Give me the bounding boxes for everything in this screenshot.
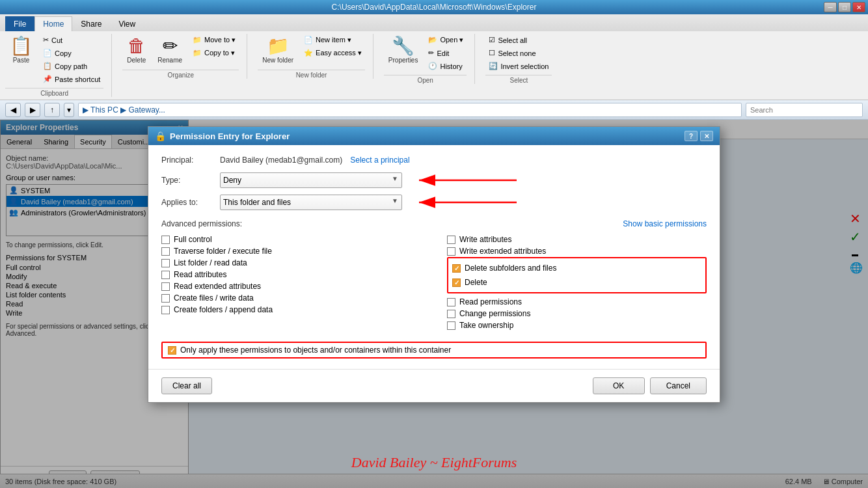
permission-entry-dialog: 🔒 Permission Entry for Explorer ? ✕ Prin… bbox=[148, 126, 720, 403]
window-title: C:\Users\David\AppData\Local\Microsoft\W… bbox=[332, 3, 537, 12]
properties-button[interactable]: 🔧 Properties bbox=[384, 34, 423, 67]
perm-write-attr-checkbox[interactable] bbox=[447, 236, 455, 244]
select-all-label: Select all bbox=[498, 36, 527, 44]
perm-read-ext-checkbox[interactable] bbox=[161, 282, 170, 291]
perm-traverse-checkbox[interactable] bbox=[161, 247, 170, 256]
copy-to-icon: 📁 bbox=[193, 49, 202, 57]
close-button[interactable]: ✕ bbox=[852, 2, 865, 12]
perm-read-attr-checkbox[interactable] bbox=[161, 271, 170, 279]
advanced-permissions-label: Advanced permissions: bbox=[161, 219, 242, 228]
move-to-button[interactable]: 📁 Move to ▾ bbox=[189, 34, 239, 46]
minimize-button[interactable]: ─ bbox=[824, 2, 837, 12]
copy-to-button[interactable]: 📁 Copy to ▾ bbox=[189, 47, 239, 59]
select-principal-link[interactable]: Select a principal bbox=[350, 156, 409, 165]
perm-full-control-checkbox[interactable] bbox=[161, 236, 170, 244]
forward-button[interactable]: ▶ bbox=[25, 103, 40, 117]
delete-button[interactable]: 🗑 Delete bbox=[122, 34, 150, 67]
organize-label: Organize bbox=[122, 70, 239, 79]
history-button[interactable]: 🕐 History bbox=[425, 60, 467, 72]
maximize-button[interactable]: □ bbox=[838, 2, 851, 12]
perm-change-perms-checkbox[interactable] bbox=[447, 310, 455, 318]
breadcrumb[interactable]: ▶ This PC ▶ Gateway... bbox=[78, 103, 742, 117]
type-select[interactable]: Deny bbox=[220, 172, 402, 188]
rename-button[interactable]: ✏ Rename bbox=[153, 34, 187, 67]
copy-label: Copy bbox=[55, 49, 72, 57]
invert-selection-button[interactable]: 🔄 Invert selection bbox=[485, 60, 552, 72]
new-item-button[interactable]: 📄 New item ▾ bbox=[301, 34, 365, 46]
easy-access-button[interactable]: ⭐ Easy access ▾ bbox=[301, 47, 365, 59]
perm-read-perms-checkbox[interactable] bbox=[447, 298, 455, 306]
perm-read-ext-text: Read extended attributes bbox=[174, 282, 261, 291]
select-items: ☑ Select all ☐ Select none 🔄 Invert sele… bbox=[485, 34, 552, 72]
principal-label: Principal: bbox=[161, 156, 220, 165]
open-icon: 📂 bbox=[428, 36, 437, 44]
invert-label: Invert selection bbox=[500, 62, 549, 70]
perm-delete-checkbox[interactable] bbox=[452, 278, 461, 287]
copy-path-icon: 📋 bbox=[43, 62, 52, 70]
select-none-button[interactable]: ☐ Select none bbox=[485, 47, 552, 59]
perm-write-ext-text: Write extended attributes bbox=[459, 247, 546, 256]
clear-all-button[interactable]: Clear all bbox=[161, 377, 212, 394]
container-checkbox[interactable] bbox=[168, 346, 176, 355]
nav-bar: ◀ ▶ ↑ ▾ ▶ This PC ▶ Gateway... bbox=[0, 100, 868, 120]
ribbon-group-new: 📁 New folder 📄 New item ▾ ⭐ Easy access … bbox=[258, 34, 373, 79]
dialog-help-button[interactable]: ? bbox=[685, 131, 698, 141]
recent-button[interactable]: ▾ bbox=[64, 103, 74, 117]
ribbon-content: 📋 Paste ✂ Cut 📄 Copy 📋 bbox=[0, 31, 868, 100]
breadcrumb-text: ▶ This PC ▶ Gateway... bbox=[83, 105, 165, 115]
edit-button[interactable]: ✏ Edit bbox=[425, 47, 467, 59]
perm-create-folders-checkbox[interactable] bbox=[161, 306, 170, 314]
perm-list-read-item: List folder / read data bbox=[161, 257, 421, 269]
clipboard-items: 📋 Paste ✂ Cut 📄 Copy 📋 bbox=[5, 34, 103, 85]
tab-home[interactable]: Home bbox=[34, 16, 72, 31]
paste-icon: 📋 bbox=[10, 37, 33, 55]
dialog-icon: 🔒 bbox=[155, 131, 166, 141]
cut-button[interactable]: ✂ Cut bbox=[40, 34, 103, 46]
perm-change-perms-item: Change permissions bbox=[447, 308, 707, 319]
up-button[interactable]: ↑ bbox=[44, 103, 60, 117]
permissions-right-col: Write attributes Write extended attribut… bbox=[447, 234, 707, 331]
type-label: Type: bbox=[161, 176, 220, 185]
delete-label: Delete bbox=[127, 57, 146, 64]
paste-shortcut-button[interactable]: 📌 Paste shortcut bbox=[40, 73, 103, 85]
organize-col: 📁 Move to ▾ 📁 Copy to ▾ bbox=[189, 34, 239, 59]
perm-list-read-checkbox[interactable] bbox=[161, 259, 170, 267]
perm-take-ownership-checkbox[interactable] bbox=[447, 321, 455, 330]
copy-button[interactable]: 📄 Copy bbox=[40, 47, 103, 59]
delete-icon: 🗑 bbox=[128, 37, 146, 55]
watermark: David Bailey ~ EightForums bbox=[351, 454, 517, 471]
paste-button[interactable]: 📋 Paste bbox=[5, 34, 37, 67]
ribbon-group-select: ☑ Select all ☐ Select none 🔄 Invert sele… bbox=[485, 34, 560, 84]
dialog-cancel-button[interactable]: Cancel bbox=[650, 377, 707, 394]
dialog-ok-button[interactable]: OK bbox=[593, 377, 645, 394]
edit-icon: ✏ bbox=[428, 49, 434, 57]
tab-share[interactable]: Share bbox=[72, 16, 110, 31]
tab-view[interactable]: View bbox=[110, 16, 144, 31]
perm-traverse-text: Traverse folder / execute file bbox=[174, 247, 272, 256]
select-all-button[interactable]: ☑ Select all bbox=[485, 34, 552, 46]
perm-delete-subfolders-checkbox[interactable] bbox=[452, 264, 461, 273]
search-input[interactable] bbox=[746, 103, 863, 117]
copy-path-button[interactable]: 📋 Copy path bbox=[40, 60, 103, 72]
properties-label: Properties bbox=[388, 57, 418, 64]
back-button[interactable]: ◀ bbox=[5, 103, 21, 117]
principal-value: David Bailey (medab1@gmail.com) bbox=[220, 156, 342, 165]
perm-create-files-text: Create files / write data bbox=[174, 293, 254, 303]
new-item-label: New item ▾ bbox=[316, 36, 351, 44]
dialog-close-button[interactable]: ✕ bbox=[700, 131, 713, 141]
perm-take-ownership-text: Take ownership bbox=[459, 321, 513, 330]
watermark-text: David Bailey ~ EightForums bbox=[351, 454, 517, 470]
tab-file[interactable]: File bbox=[5, 16, 34, 31]
perm-write-ext-checkbox[interactable] bbox=[447, 247, 455, 256]
main-area: Explorer Properties ─ ✕ General Sharing … bbox=[0, 120, 868, 488]
principal-row: Principal: David Bailey (medab1@gmail.co… bbox=[161, 156, 707, 165]
show-basic-link[interactable]: Show basic permissions bbox=[623, 219, 707, 228]
type-select-wrapper: Deny bbox=[220, 172, 402, 188]
perm-create-files-checkbox[interactable] bbox=[161, 294, 170, 303]
open-button[interactable]: 📂 Open ▾ bbox=[425, 34, 467, 46]
move-to-icon: 📁 bbox=[193, 36, 202, 44]
perm-read-attr-text: Read attributes bbox=[174, 270, 226, 279]
new-folder-button[interactable]: 📁 New folder bbox=[258, 34, 298, 67]
new-items: 📁 New folder 📄 New item ▾ ⭐ Easy access … bbox=[258, 34, 365, 67]
applies-select[interactable]: This folder and files bbox=[220, 195, 402, 210]
